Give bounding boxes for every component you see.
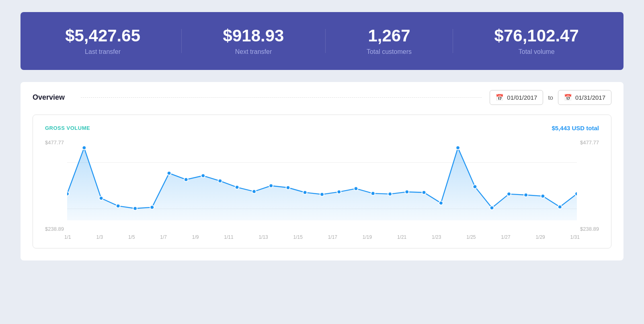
stat-divider-1 xyxy=(181,29,182,53)
stat-last-transfer-label: Last transfer xyxy=(65,48,140,55)
overview-header: Overview 📅 01/01/2017 to 📅 01/31/2017 xyxy=(33,90,611,105)
svg-point-4 xyxy=(99,197,103,201)
svg-point-9 xyxy=(184,178,188,182)
date-controls: 📅 01/01/2017 to 📅 01/31/2017 xyxy=(490,90,611,105)
svg-point-32 xyxy=(575,192,577,196)
svg-point-11 xyxy=(218,179,222,183)
calendar-from-icon: 📅 xyxy=(496,94,504,101)
svg-point-28 xyxy=(507,192,511,196)
overview-title: Overview xyxy=(33,93,65,102)
x-label-4: 1/9 xyxy=(192,234,199,240)
svg-point-22 xyxy=(405,190,409,194)
x-label-10: 1/21 xyxy=(397,234,406,240)
stat-last-transfer: $5,427.65 Last transfer xyxy=(65,27,140,55)
stat-total-volume-label: Total volume xyxy=(494,48,579,55)
date-to-value: 01/31/2017 xyxy=(575,94,605,101)
overview-section: Overview 📅 01/01/2017 to 📅 01/31/2017 GR… xyxy=(21,82,623,260)
svg-point-14 xyxy=(269,184,273,188)
calendar-to-icon: 📅 xyxy=(564,94,572,101)
chart-x-labels: 1/1 1/3 1/5 1/7 1/9 1/11 1/13 1/15 1/17 … xyxy=(45,232,599,240)
x-label-15: 1/31 xyxy=(570,234,580,240)
x-label-7: 1/15 xyxy=(293,234,303,240)
y-label-mid: $238.89 xyxy=(45,226,64,232)
x-label-0: 1/1 xyxy=(64,234,71,240)
svg-point-23 xyxy=(422,191,426,195)
x-label-5: 1/11 xyxy=(224,234,233,240)
svg-point-7 xyxy=(150,205,154,209)
stat-total-customers: 1,267 Total customers xyxy=(367,27,412,55)
y-label-right-max: $477.77 xyxy=(580,139,599,146)
stat-total-customers-label: Total customers xyxy=(367,48,412,55)
y-label-max: $477.77 xyxy=(45,139,64,146)
stat-divider-3 xyxy=(453,29,453,53)
date-to-input[interactable]: 📅 01/31/2017 xyxy=(558,90,611,105)
svg-point-2 xyxy=(67,192,69,196)
stat-divider-2 xyxy=(325,29,326,53)
svg-point-6 xyxy=(133,207,137,211)
stat-next-transfer-label: Next transfer xyxy=(223,48,284,55)
x-label-3: 1/7 xyxy=(160,234,167,240)
x-label-2: 1/5 xyxy=(128,234,135,240)
svg-point-30 xyxy=(541,194,545,198)
x-label-13: 1/27 xyxy=(501,234,510,240)
chart-header: GROSS VOLUME $5,443 USD total xyxy=(45,125,599,131)
svg-point-27 xyxy=(490,206,494,210)
svg-point-15 xyxy=(286,186,290,190)
svg-point-3 xyxy=(82,146,86,150)
svg-point-29 xyxy=(524,193,528,197)
date-from-input[interactable]: 📅 01/01/2017 xyxy=(490,90,543,105)
svg-point-18 xyxy=(337,190,341,194)
overview-divider xyxy=(81,97,482,98)
x-label-1: 1/3 xyxy=(96,234,103,240)
svg-point-17 xyxy=(320,193,324,197)
date-separator: to xyxy=(548,94,553,101)
x-label-14: 1/29 xyxy=(535,234,545,240)
svg-point-24 xyxy=(439,201,443,205)
svg-point-25 xyxy=(456,146,460,150)
chart-svg xyxy=(67,139,577,232)
svg-point-16 xyxy=(303,191,307,195)
date-from-value: 01/01/2017 xyxy=(507,94,537,101)
svg-point-12 xyxy=(235,185,239,189)
x-label-12: 1/25 xyxy=(466,234,476,240)
stat-last-transfer-value: $5,427.65 xyxy=(65,27,140,45)
x-label-6: 1/13 xyxy=(258,234,268,240)
stat-total-volume: $76,102.47 Total volume xyxy=(494,27,579,55)
stat-total-customers-value: 1,267 xyxy=(367,27,412,45)
svg-point-8 xyxy=(167,171,171,175)
stat-next-transfer: $918.93 Next transfer xyxy=(223,27,284,55)
stat-next-transfer-value: $918.93 xyxy=(223,27,284,45)
main-container: $5,427.65 Last transfer $918.93 Next tra… xyxy=(21,12,623,260)
svg-point-20 xyxy=(371,192,375,196)
svg-point-5 xyxy=(116,204,120,208)
chart-title: GROSS VOLUME xyxy=(45,125,90,131)
stats-header: $5,427.65 Last transfer $918.93 Next tra… xyxy=(21,12,623,70)
chart-total: $5,443 USD total xyxy=(552,125,599,131)
svg-point-13 xyxy=(252,190,256,194)
y-label-right-mid: $238.89 xyxy=(580,226,599,232)
chart-card: GROSS VOLUME $5,443 USD total $477.77 $2… xyxy=(33,115,611,248)
svg-point-31 xyxy=(558,205,562,209)
chart-wrapper: $477.77 $238.89 xyxy=(45,139,599,240)
svg-point-26 xyxy=(473,185,477,189)
svg-point-19 xyxy=(354,187,358,191)
x-label-11: 1/23 xyxy=(432,234,441,240)
x-label-8: 1/17 xyxy=(328,234,337,240)
svg-point-21 xyxy=(388,192,392,196)
stat-total-volume-value: $76,102.47 xyxy=(494,27,579,45)
svg-point-10 xyxy=(201,174,205,178)
x-label-9: 1/19 xyxy=(363,234,372,240)
